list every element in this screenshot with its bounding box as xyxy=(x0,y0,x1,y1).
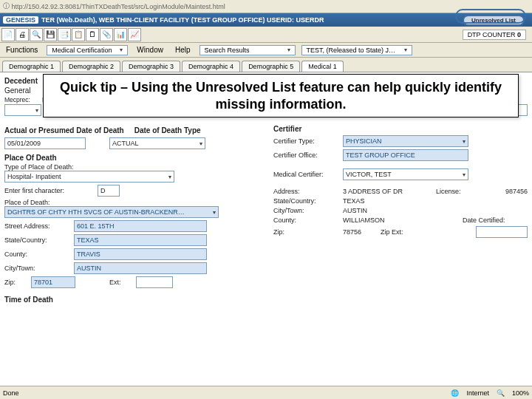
county-label: County: xyxy=(4,250,69,258)
cert-address-label: Address: xyxy=(273,188,338,195)
tool-print-icon[interactable]: 🖨 xyxy=(16,28,29,41)
cert-city-label: City/Town: xyxy=(273,207,338,214)
quick-tip-callout: Quick tip – Using the Unresolved List fe… xyxy=(43,74,519,117)
city-field[interactable]: AUSTIN xyxy=(74,262,207,274)
tool-report-icon[interactable]: 📊 xyxy=(114,28,127,41)
tool-search-icon[interactable]: 🔍 xyxy=(30,28,43,41)
tab-row: Demographic 1 Demographic 2 Demographic … xyxy=(0,58,532,72)
date-cert-field[interactable] xyxy=(476,226,528,238)
cert-state-value: TEXAS xyxy=(343,197,365,205)
cert-type-field[interactable]: PHYSICIAN xyxy=(343,135,468,147)
status-internet: Internet xyxy=(466,389,489,397)
tool-paste-icon[interactable]: 📋 xyxy=(72,28,85,41)
enter-char-label: Enter first character: xyxy=(4,187,93,194)
street-label: Street Address: xyxy=(4,222,69,230)
date-cert-label: Date Certified: xyxy=(463,216,528,224)
app-title-bar: GENESIS TER (Web.Death), WEB THIN-CLIENT… xyxy=(0,13,532,27)
license-label: License: xyxy=(436,188,501,195)
city-label: City/Town: xyxy=(4,265,69,272)
tab-demographic-1[interactable]: Demographic 1 xyxy=(2,61,61,72)
cert-zip-value: 78756 xyxy=(343,228,361,236)
unresolved-list-button[interactable]: Unresolved List xyxy=(463,15,525,26)
tab-demographic-3[interactable]: Demographic 3 xyxy=(122,61,180,72)
cert-address-value: 3 ADDRESS OF DR xyxy=(343,188,403,195)
street-field[interactable]: 601 E. 15TH xyxy=(74,220,207,232)
medcert-dropdown[interactable]: Medical Certification xyxy=(47,45,128,55)
record-dropdown[interactable]: TEST, (Released to State) J… xyxy=(301,45,412,55)
cert-zipext-label: Zip Ext: xyxy=(381,228,446,236)
right-column: Certifier Certifier Type: PHYSICIAN Cert… xyxy=(270,123,528,305)
status-zoom: 100% xyxy=(512,389,529,397)
menu-help[interactable]: Help xyxy=(169,44,197,55)
menu-window[interactable]: Window xyxy=(131,44,169,55)
cert-type-label: Certifier Type: xyxy=(273,137,338,145)
cert-county-label: County: xyxy=(273,216,338,224)
ext-label: Ext: xyxy=(109,279,132,286)
county-field[interactable]: TRAVIS xyxy=(74,248,207,260)
globe-icon: 🌐 xyxy=(451,389,459,397)
place-of-death-field[interactable]: DGHTRS OF CHTY HTH SVCS OF AUSTIN-BRACKE… xyxy=(4,206,219,218)
tab-demographic-5[interactable]: Demographic 5 xyxy=(242,61,300,72)
state-label: State/Country: xyxy=(4,236,69,244)
tab-demographic-4[interactable]: Demographic 4 xyxy=(182,61,240,72)
tab-medical-1[interactable]: Medical 1 xyxy=(301,61,344,72)
menubar: Functions Medical Certification Window H… xyxy=(0,43,532,58)
cert-county-value: WILLIAMSON xyxy=(343,216,385,224)
enter-char-field[interactable]: D xyxy=(98,185,120,197)
certifier-heading: Certifier xyxy=(273,125,528,133)
tool-new-icon[interactable]: 📄 xyxy=(1,28,15,41)
cert-office-label: Certifier Office: xyxy=(273,151,338,159)
death-type-field[interactable]: ACTUAL xyxy=(109,137,205,149)
status-done: Done xyxy=(3,389,19,397)
zip-label: Zip: xyxy=(4,279,27,286)
tool-attach-icon[interactable]: 📎 xyxy=(100,28,113,41)
zip-field[interactable]: 78701 xyxy=(31,276,75,288)
cert-state-label: State/Country: xyxy=(273,197,338,205)
mecprec-field[interactable] xyxy=(4,104,41,116)
toolbar: 📄 🖨 🔍 💾 📑 📋 🗒 📎 📊 📈 DTP COUNTER 0 xyxy=(0,27,532,43)
medcert-label: Medical Certifier: xyxy=(273,171,338,178)
tool-notes-icon[interactable]: 🗒 xyxy=(86,28,99,41)
place-of-death-heading: Place Of Death xyxy=(4,154,259,162)
tool-save-icon[interactable]: 💾 xyxy=(44,28,57,41)
tool-chart-icon[interactable]: 📈 xyxy=(128,28,141,41)
state-field[interactable]: TEXAS xyxy=(74,234,207,246)
form-content: Decedent General Mecprec: M=: :ase Numbe… xyxy=(0,72,532,381)
logo-badge: GENESIS xyxy=(3,16,38,24)
zoom-icon: 🔍 xyxy=(497,389,505,397)
status-bar: Done 🌐 Internet 🔍 100% xyxy=(0,386,532,399)
browser-address-bar: ⓘ http://150.42.92.3:8081/ThinTXDeathTes… xyxy=(0,0,532,13)
time-of-death-heading: Time of Death xyxy=(4,296,259,304)
cert-zip-label: Zip: xyxy=(273,228,338,236)
date-type-heading: Date of Death Type xyxy=(134,126,201,134)
place-type-field[interactable]: Hospital- Inpatient xyxy=(4,171,174,183)
search-results-dropdown[interactable]: Search Results xyxy=(200,45,296,55)
app-title: TER (Web.Death), WEB THIN-CLIENT FACILIT… xyxy=(41,16,463,24)
tab-demographic-2[interactable]: Demographic 2 xyxy=(62,61,120,72)
left-column: Actual or Presumed Date of Death Date of… xyxy=(4,123,259,305)
cert-city-value: AUSTIN xyxy=(343,207,367,214)
place-type-label: Type of Place of Death: xyxy=(4,163,259,171)
place-of-death-label: Place of Death: xyxy=(4,199,259,206)
medcert-field[interactable]: VICTOR, TEST xyxy=(343,168,468,180)
url-text: http://150.42.92.3:8081/ThinTXDeathTest/… xyxy=(12,3,225,10)
death-date-field[interactable]: 05/01/2009 xyxy=(4,137,86,149)
date-of-death-heading: Actual or Presumed Date of Death xyxy=(4,126,124,134)
ext-field[interactable] xyxy=(136,276,173,288)
dtp-counter: DTP COUNTER 0 xyxy=(463,30,526,40)
menu-functions[interactable]: Functions xyxy=(0,44,44,55)
license-value: 987456 xyxy=(505,188,528,195)
cert-office-field[interactable]: TEST GROUP OFFICE xyxy=(343,149,468,161)
tool-copy-icon[interactable]: 📑 xyxy=(58,28,71,41)
url-icon: ⓘ xyxy=(3,1,10,11)
